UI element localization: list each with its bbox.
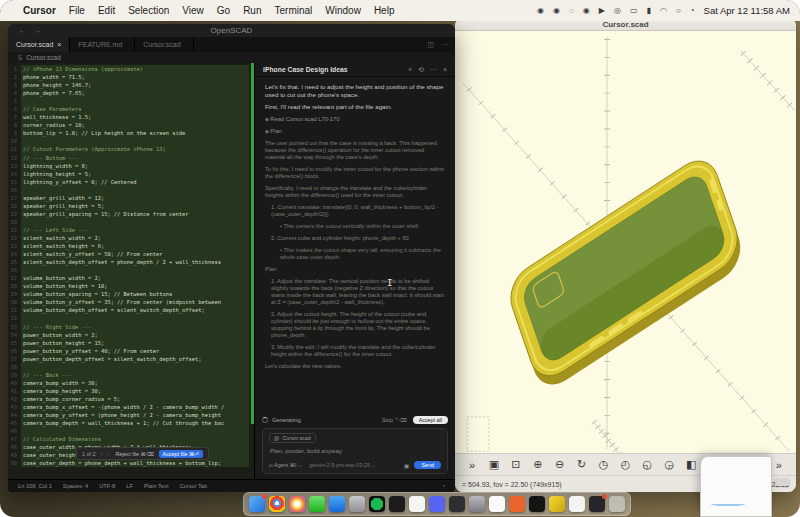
dock-app-badge[interactable]	[589, 496, 605, 512]
code-line[interactable]: 2 phone_width = 71.5;	[8, 73, 249, 81]
code-line[interactable]: 13 lightning_width = 8;	[8, 162, 249, 170]
code-line[interactable]: 18 speaker_grill_height = 5;	[8, 202, 249, 210]
editor-tab[interactable]: Cursor.scad ×	[8, 37, 70, 52]
menu-view[interactable]: View	[182, 5, 204, 16]
openscad-toolbar-icon[interactable]: »	[770, 457, 788, 473]
code-line[interactable]: 12 // --- Bottom ---	[8, 154, 249, 162]
chat-input[interactable]: Plan, ponder, build anyway	[270, 448, 441, 454]
openscad-3d-viewport[interactable]	[455, 31, 796, 453]
code-line[interactable]: 17 speaker_grill_width = 12;	[8, 194, 249, 202]
dock-spotify[interactable]	[369, 496, 385, 512]
code-line[interactable]: 37 power_button_depth_offset = silent_sw…	[8, 355, 249, 363]
code-line[interactable]: 20	[8, 218, 249, 226]
code-line[interactable]: 7 wall_thickness = 1.5;	[8, 113, 249, 121]
openscad-toolbar-icon[interactable]: ↻	[573, 457, 591, 473]
code-line[interactable]: 47 // Calculated Dimensions	[8, 435, 249, 443]
code-line[interactable]: 42 camera_bump_corner_radius = 5;	[8, 395, 249, 403]
code-line[interactable]: 45 camera_bump_depth = wall_thickness + …	[8, 419, 249, 427]
statusbar-item[interactable]: Cursor Tab	[179, 483, 207, 489]
menu-selection[interactable]: Selection	[128, 5, 169, 16]
spotlight-icon[interactable]: ○	[676, 6, 681, 15]
history-icon[interactable]: ⟲	[418, 66, 424, 74]
openscad-toolbar-icon[interactable]: ⊖	[551, 457, 569, 473]
code-line[interactable]: 40 camera_bump_width = 30;	[8, 379, 249, 387]
tab-more-icon[interactable]: ⋯	[441, 41, 448, 49]
code-line[interactable]: 16	[8, 186, 249, 194]
battery-icon[interactable]: ▮	[646, 6, 650, 15]
openscad-toolbar-icon[interactable]: ◵	[638, 457, 656, 473]
dock-calendar[interactable]	[489, 496, 505, 512]
screen-mirroring-icon[interactable]: ▶	[599, 6, 605, 15]
menubar-app-name[interactable]: Cursor	[23, 5, 56, 16]
code-line[interactable]: 5	[8, 97, 249, 105]
menu-go[interactable]: Go	[217, 5, 230, 16]
code-line[interactable]: 4 phone_depth = 7.65;	[8, 89, 249, 97]
dock-messages[interactable]	[309, 496, 325, 512]
dock-openscad[interactable]	[549, 496, 565, 512]
quick-note-corner[interactable]	[700, 456, 772, 517]
code-line[interactable]: 3 phone_height = 146.7;	[8, 81, 249, 89]
reject-file-button[interactable]: Reject file ⌘⌫	[115, 451, 153, 457]
breadcrumb[interactable]: 𝕊 Cursor.scad	[8, 52, 455, 63]
status-dot-icon[interactable]: ◉	[537, 6, 544, 15]
code-line[interactable]: 26	[8, 266, 249, 274]
code-line[interactable]: 8 corner_radius = 10;	[8, 121, 249, 129]
code-line[interactable]: 1 // iPhone 13 Dimensions (approximate)	[8, 65, 249, 73]
code-line[interactable]: 28 volume_button_height = 10;	[8, 282, 249, 290]
openscad-toolbar-icon[interactable]: ◷	[595, 457, 613, 473]
dock-mail[interactable]	[249, 496, 265, 512]
statusbar-item[interactable]: Spaces: 4	[63, 483, 88, 489]
statusbar-item[interactable]: Ln 108, Col 1	[18, 483, 52, 489]
record-icon[interactable]: ◉	[553, 6, 560, 15]
dock-settings[interactable]	[469, 496, 485, 512]
send-button[interactable]: Send	[414, 461, 441, 469]
chat-messages[interactable]: Let's fix that. I need to adjust the hei…	[255, 77, 455, 413]
dock-photos[interactable]	[289, 496, 305, 512]
openscad-toolbar-icon[interactable]: ◴	[616, 457, 634, 473]
menu-help[interactable]: Help	[374, 5, 395, 16]
openscad-toolbar-icon[interactable]: ⊡	[507, 457, 525, 473]
accept-all-button[interactable]: Accept all	[413, 416, 448, 424]
code-line[interactable]: 43 camera_bump_x_offset = -(phone_width …	[8, 403, 249, 411]
statusbar-item[interactable]: Plain Text	[144, 483, 169, 489]
agent-mode-dropdown[interactable]: ∞ Agent ⌘I ⌵	[269, 462, 302, 469]
code-line[interactable]: 27 volume_button_width = 2;	[8, 274, 249, 282]
tab-close-icon[interactable]: ×	[57, 41, 61, 48]
dock-appstore[interactable]	[329, 496, 345, 512]
dock-notion[interactable]	[409, 496, 425, 512]
chat-input-box[interactable]: @ Cursor.scad Plan, ponder, build anyway…	[262, 428, 448, 474]
menu-window[interactable]: Window	[325, 5, 361, 16]
code-line[interactable]: 24 silent_switch_y_offset = 50; // From …	[8, 250, 249, 258]
code-line[interactable]: 35 power_button_height = 15;	[8, 339, 249, 347]
editor-tab[interactable]: FEATURE.md	[70, 37, 135, 52]
editor-tab[interactable]: Cursor.scad	[135, 37, 193, 52]
dock-terminal[interactable]	[389, 496, 405, 512]
dock-app-dark[interactable]	[449, 496, 465, 512]
split-editor-icon[interactable]: ◫	[427, 41, 434, 49]
new-chat-icon[interactable]: +	[408, 66, 412, 74]
breadcrumb-file[interactable]: Cursor.scad	[26, 54, 61, 61]
nav-forward-icon[interactable]: →	[33, 26, 41, 35]
display-icon[interactable]: ▭	[630, 6, 638, 15]
dock-textedit[interactable]	[569, 496, 585, 512]
code-line[interactable]: 46	[8, 427, 249, 435]
code-line[interactable]: 14 lightning_height = 5;	[8, 170, 249, 178]
openscad-toolbar-icon[interactable]: ▣	[485, 457, 503, 473]
code-line[interactable]: 23 silent_switch_height = 6;	[8, 242, 249, 250]
user-icon[interactable]: ◉	[583, 6, 590, 15]
wifi-icon[interactable]: ◠	[660, 6, 667, 15]
openscad-toolbar-icon[interactable]: »	[463, 457, 481, 473]
openscad-toolbar-icon[interactable]: ◧	[682, 457, 700, 473]
code-line[interactable]: 19 speaker_grill_spacing = 15; // Distan…	[8, 210, 249, 218]
code-line[interactable]: 44 camera_bump_y_offset = (phone_height …	[8, 411, 249, 419]
dock-system-utility[interactable]	[349, 496, 365, 512]
focus-icon[interactable]: ◎	[614, 6, 621, 15]
attach-image-icon[interactable]: ▣	[404, 462, 410, 469]
control-center-icon[interactable]: ◔	[690, 6, 695, 15]
close-chat-icon[interactable]: ×	[443, 66, 447, 74]
code-line[interactable]: 34 power_button_width = 2;	[8, 331, 249, 339]
code-line[interactable]: 6 // Case Parameters	[8, 105, 249, 113]
openscad-toolbar-icon[interactable]: ◶	[660, 457, 678, 473]
notifications-bell-icon[interactable]: ◔	[441, 483, 445, 489]
cursor-window-titlebar[interactable]: ← → OpenSCAD	[8, 24, 455, 37]
